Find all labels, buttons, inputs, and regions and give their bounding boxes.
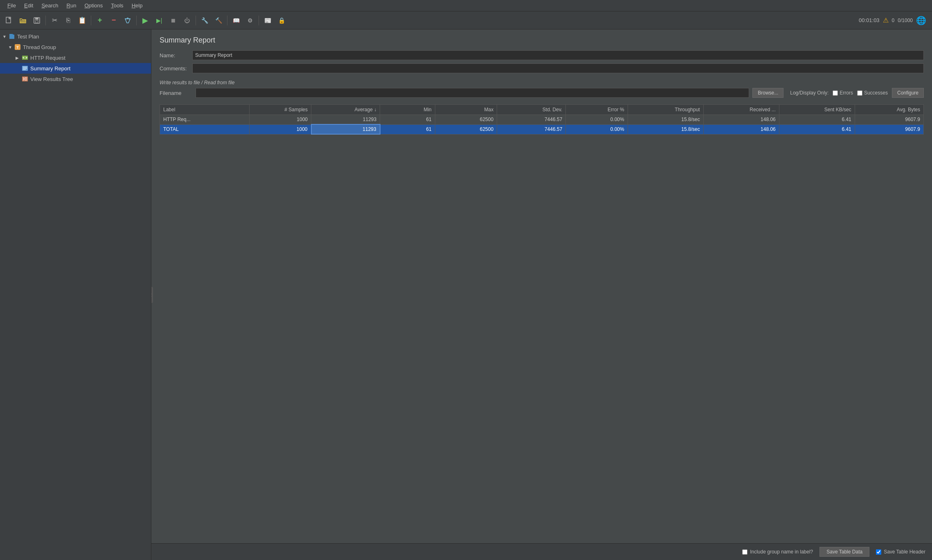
col-header-error[interactable]: Error %	[566, 105, 628, 115]
cell-error: 0.00%	[566, 124, 628, 134]
include-group-checkbox[interactable]	[742, 549, 747, 555]
col-header-received[interactable]: Received ...	[703, 105, 779, 115]
browse-button[interactable]: Browse...	[752, 88, 783, 98]
col-header-max[interactable]: Max	[435, 105, 497, 115]
function-helper-button[interactable]: ⚙	[243, 14, 257, 27]
start-no-pause-button[interactable]: ▶|	[153, 14, 166, 27]
errors-checkbox-item[interactable]: Errors	[833, 90, 853, 96]
new-button[interactable]	[2, 14, 16, 27]
arrow-test-plan: ▼	[2, 34, 8, 39]
paste-button[interactable]: 📋	[76, 14, 89, 27]
sidebar-item-view-results-tree[interactable]: ▶ View Results Tree	[0, 74, 151, 84]
comments-label: Comments:	[160, 65, 192, 72]
header-row: Label # Samples Average ↓ Min Max Std. D…	[160, 105, 924, 115]
toolbar-status: 00:01:03 ⚠ 0 0/1000 🌐	[859, 16, 930, 25]
main-area: ▼ Test Plan ▼ T Thread Group ▶	[0, 29, 932, 560]
col-header-sent[interactable]: Sent KB/sec	[779, 105, 855, 115]
name-row: Name:	[160, 50, 924, 60]
col-header-samples[interactable]: # Samples	[249, 105, 311, 115]
ssl-button[interactable]: 🔒	[275, 14, 288, 27]
col-header-label[interactable]: Label	[160, 105, 250, 115]
globe-icon: 🌐	[916, 16, 926, 25]
stop-button[interactable]: ⏹	[167, 14, 180, 27]
panel-resizer[interactable]: ⋮	[151, 287, 153, 303]
table-body: HTTP Req...10001129361625007446.570.00%1…	[160, 115, 924, 135]
help-about-button[interactable]: 📖	[230, 14, 243, 27]
start-button[interactable]: ▶	[139, 14, 152, 27]
cell-stddev: 7446.57	[497, 115, 566, 125]
cell-avgbytes: 9607.9	[855, 124, 923, 134]
errors-checkbox[interactable]	[833, 90, 838, 96]
col-header-throughput[interactable]: Throughput	[628, 105, 703, 115]
cell-average: 11293	[311, 124, 380, 134]
warning-icon: ⚠	[883, 16, 889, 24]
name-input[interactable]	[192, 50, 924, 60]
col-header-avgbytes[interactable]: Avg. Bytes	[855, 105, 923, 115]
sidebar-item-http-request[interactable]: ▶ HTTP Request	[0, 52, 151, 63]
menu-options[interactable]: Options	[80, 1, 107, 10]
menu-search[interactable]: Search	[37, 1, 62, 10]
copy-button[interactable]: ⎘	[62, 14, 75, 27]
table-header: Label # Samples Average ↓ Min Max Std. D…	[160, 105, 924, 115]
successes-checkbox[interactable]	[857, 90, 862, 96]
open-button[interactable]	[16, 14, 29, 27]
arrow-thread-group: ▼	[8, 45, 14, 49]
menu-file[interactable]: File	[3, 1, 20, 10]
add-button[interactable]: +	[93, 14, 106, 27]
results-tree-icon	[21, 75, 29, 83]
remote-stop-button[interactable]: 🔨	[212, 14, 225, 27]
save-header-label: Save Table Header	[884, 549, 925, 555]
menu-bar: File Edit Search Run Options Tools Help	[0, 0, 932, 11]
cell-avgbytes: 9607.9	[855, 115, 923, 125]
summary-table: Label # Samples Average ↓ Min Max Std. D…	[160, 104, 924, 135]
filename-input[interactable]	[196, 88, 749, 98]
comments-input[interactable]	[192, 63, 924, 73]
col-header-min[interactable]: Min	[380, 105, 435, 115]
sidebar-item-summary-report[interactable]: ▶ Summary Report	[0, 63, 151, 74]
menu-edit[interactable]: Edit	[20, 1, 37, 10]
save-table-button[interactable]: Save Table Data	[819, 547, 869, 557]
sidebar-item-test-plan[interactable]: ▼ Test Plan	[0, 31, 151, 42]
cell-max: 62500	[435, 124, 497, 134]
sep2	[91, 16, 91, 25]
file-row: Filename Browse... Log/Display Only: Err…	[160, 88, 924, 98]
shutdown-button[interactable]: ⏻	[180, 14, 194, 27]
cell-samples: 1000	[249, 115, 311, 125]
include-group-label: Include group name in label?	[750, 549, 813, 555]
configure-button[interactable]: Configure	[892, 88, 924, 98]
sidebar: ▼ Test Plan ▼ T Thread Group ▶	[0, 29, 151, 560]
remote-start-button[interactable]: 🔧	[198, 14, 211, 27]
file-section-title: Write results to file / Read from file	[160, 80, 924, 85]
remove-button[interactable]: −	[107, 14, 120, 27]
thread-count: 0/1000	[898, 18, 913, 23]
data-table: Label # Samples Average ↓ Min Max Std. D…	[160, 104, 924, 537]
clear-button[interactable]	[121, 14, 134, 27]
toolbar: ✂ ⎘ 📋 + − ▶ ▶| ⏹ ⏻ 🔧 🔨 📖 ⚙ 📰 🔒 00:01:03 …	[0, 11, 932, 29]
comments-row: Comments:	[160, 63, 924, 73]
http-icon	[21, 54, 29, 61]
table-row[interactable]: HTTP Req...10001129361625007446.570.00%1…	[160, 115, 924, 125]
sidebar-item-thread-group[interactable]: ▼ T Thread Group	[0, 42, 151, 52]
sidebar-label-http-request: HTTP Request	[30, 55, 65, 61]
threadgroup-icon: T	[14, 43, 21, 51]
include-group-checkbox-item[interactable]: Include group name in label?	[742, 549, 813, 555]
successes-checkbox-item[interactable]: Successes	[857, 90, 888, 96]
save-header-checkbox-item[interactable]: Save Table Header	[876, 549, 925, 555]
menu-run[interactable]: Run	[63, 1, 81, 10]
table-row[interactable]: TOTAL10001129361625007446.570.00%15.8/se…	[160, 124, 924, 134]
sep3	[136, 16, 137, 25]
content-inner: Summary Report Name: Comments: Write res…	[151, 29, 932, 543]
save-header-checkbox[interactable]	[876, 549, 881, 555]
col-header-average[interactable]: Average ↓	[311, 105, 380, 115]
cut-button[interactable]: ✂	[48, 14, 61, 27]
menu-tools[interactable]: Tools	[107, 1, 127, 10]
svg-text:T: T	[16, 45, 19, 49]
template-button[interactable]: 📰	[261, 14, 274, 27]
cell-label: TOTAL	[160, 124, 250, 134]
col-header-stddev[interactable]: Std. Dev.	[497, 105, 566, 115]
cell-throughput: 15.8/sec	[628, 124, 703, 134]
menu-help[interactable]: Help	[128, 1, 147, 10]
sep5	[227, 16, 227, 25]
save-button[interactable]	[30, 14, 43, 27]
cell-sent: 6.41	[779, 115, 855, 125]
